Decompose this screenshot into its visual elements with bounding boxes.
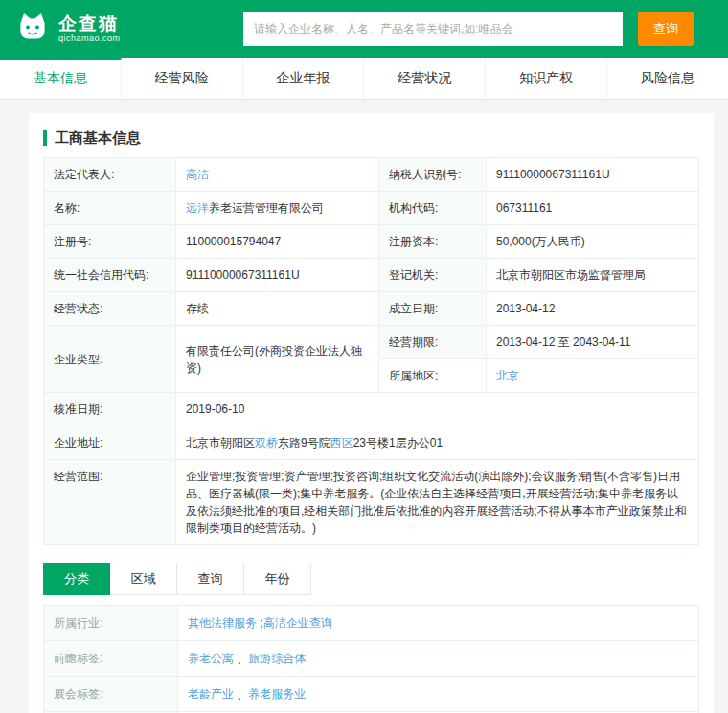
scope-label: 经营范围: [44,460,176,545]
tab-intellectual-property[interactable]: 知识产权 [486,58,607,99]
region-link[interactable]: 北京 [496,369,519,382]
org-code-label: 机构代码: [379,192,487,225]
expo-link[interactable]: 老龄产业 [188,687,234,701]
table-row: 企业地址: 北京市朝阳区双桥东路9号院西区23号楼1层办公01 [44,426,699,460]
company-name-value: 远洋养老运营管理有限公司 [176,192,379,225]
search-input[interactable] [243,12,623,46]
address-link-xiqu[interactable]: 西区 [330,436,353,449]
est-date-label: 成立日期: [379,292,487,326]
tab-basic-info[interactable]: 基本信息 [0,58,122,99]
company-type-value: 有限责任公司(外商投资企业法人独资) [176,326,379,393]
separator: 、 [234,687,248,701]
cat-logo-icon [15,10,50,48]
filter-tab-category[interactable]: 分类 [43,563,110,595]
tab-risk-info[interactable]: 风险信息 [607,58,728,99]
main-card: 工商基本信息 法定代表人: 高洁 纳税人识别号: 911100000673111… [29,113,714,713]
taxpayer-id-value: 91110000067311161U [487,158,699,192]
table-row: 注册号: 110000015794047 注册资本: 50,000(万人民币) [44,225,699,259]
reg-no-label: 注册号: [44,225,176,259]
industry-link[interactable]: 高洁企业查询 [263,616,332,630]
status-value: 存续 [176,292,379,326]
address-label: 企业地址: [44,426,176,460]
expo-label: 展会标签: [44,677,178,712]
tab-annual-report[interactable]: 企业年报 [243,58,365,99]
reg-capital-value: 50,000(万人民币) [487,225,699,259]
table-row: 展会标签: 老龄产业 、养老服务业 [44,677,699,712]
search-bar: 查询 [243,12,694,46]
table-row: 经营状态: 存续 成立日期: 2013-04-12 [44,292,699,326]
org-code-value: 067311161 [487,192,699,225]
status-label: 经营状态: [44,292,176,326]
search-button[interactable]: 查询 [638,12,694,46]
legal-rep-link[interactable]: 高洁 [186,168,209,181]
table-row: 企业类型: 有限责任公司(外商投资企业法人独资) 经营期限: 2013-04-1… [44,326,699,359]
address-text: 23号楼1层办公01 [353,436,443,449]
foresight-link[interactable]: 旅游综合体 [248,652,306,665]
industry-value: 其他法律服务 ;高洁企业查询 [178,606,699,641]
table-row: 所属行业: 其他法律服务 ;高洁企业查询 [44,606,699,641]
reg-no-value: 110000015794047 [176,225,379,259]
logo-domain: qichamao.com [58,34,121,43]
scope-value: 企业管理;投资管理;资产管理;投资咨询;组织文化交流活动(演出除外);会议服务;… [176,460,699,545]
reg-authority-label: 登记机关: [379,259,487,292]
logo-title: 企查猫 [58,14,121,34]
industry-link[interactable]: 其他法律服务 [188,616,257,630]
page: 企查猫 qichamao.com 查询 基本信息 经营风险 企业年报 经营状况 … [0,0,728,713]
address-text: 北京市朝阳区 [186,436,255,449]
table-row: 前瞻标签: 养老公寓 、旅游综合体 [44,641,699,677]
company-name-rest: 养老运营管理有限公司 [209,201,324,215]
legal-rep-value: 高洁 [176,158,379,192]
filter-tab-query[interactable]: 查询 [177,563,244,595]
foresight-link[interactable]: 养老公寓 [188,652,234,665]
credit-code-value: 91110000067311161U [176,259,379,292]
est-date-value: 2013-04-12 [487,292,699,326]
region-label: 所属地区: [379,359,487,393]
tab-operation-status[interactable]: 经营状况 [364,58,486,99]
company-name-label: 名称: [44,192,176,225]
address-text: 东路9号院 [278,436,330,449]
term-label: 经营期限: [379,326,487,359]
filter-tab-year[interactable]: 年份 [244,563,311,595]
table-row: 名称: 远洋养老运营管理有限公司 机构代码: 067311161 [44,192,699,225]
term-value: 2013-04-12 至 2043-04-11 [487,326,699,359]
header: 企查猫 qichamao.com 查询 [0,0,728,58]
approval-date-value: 2019-06-10 [176,393,699,426]
nav-tabs: 基本信息 经营风险 企业年报 经营状况 知识产权 风险信息 [0,58,728,100]
taxpayer-id-label: 纳税人识别号: [379,158,487,192]
foresight-value: 养老公寓 、旅游综合体 [178,641,699,677]
legal-rep-label: 法定代表人: [44,158,176,192]
region-value: 北京 [487,359,699,393]
separator: 、 [234,652,248,665]
table-row: 经营范围: 企业管理;投资管理;资产管理;投资咨询;组织文化交流活动(演出除外)… [44,460,699,545]
section-title: 工商基本信息 [43,130,699,146]
filter-tab-region[interactable]: 区域 [110,563,177,595]
table-row: 法定代表人: 高洁 纳税人识别号: 91110000067311161U [44,158,699,192]
approval-date-label: 核准日期: [44,393,176,426]
table-row: 核准日期: 2019-06-10 [44,393,699,426]
expo-value: 老龄产业 、养老服务业 [178,677,699,712]
industry-label: 所属行业: [44,606,178,641]
credit-code-label: 统一社会信用代码: [44,259,176,292]
expo-link[interactable]: 养老服务业 [248,687,306,701]
address-link-shuangqiao[interactable]: 双桥 [255,436,278,449]
filter-tabs: 分类 区域 查询 年份 [43,563,699,595]
company-name-link[interactable]: 远洋 [186,201,209,215]
company-info-table: 法定代表人: 高洁 纳税人识别号: 91110000067311161U 名称:… [43,157,699,545]
tab-operation-risk[interactable]: 经营风险 [122,58,243,99]
logo[interactable]: 企查猫 qichamao.com [15,10,243,48]
foresight-label: 前瞻标签: [44,641,178,677]
address-value: 北京市朝阳区双桥东路9号院西区23号楼1层办公01 [176,426,699,460]
separator: ; [257,616,263,630]
reg-authority-value: 北京市朝阳区市场监督管理局 [487,259,699,292]
tags-table: 所属行业: 其他法律服务 ;高洁企业查询 前瞻标签: 养老公寓 、旅游综合体 展… [43,605,699,713]
company-type-label: 企业类型: [44,326,176,393]
reg-capital-label: 注册资本: [379,225,487,259]
table-row: 统一社会信用代码: 91110000067311161U 登记机关: 北京市朝阳… [44,259,699,292]
